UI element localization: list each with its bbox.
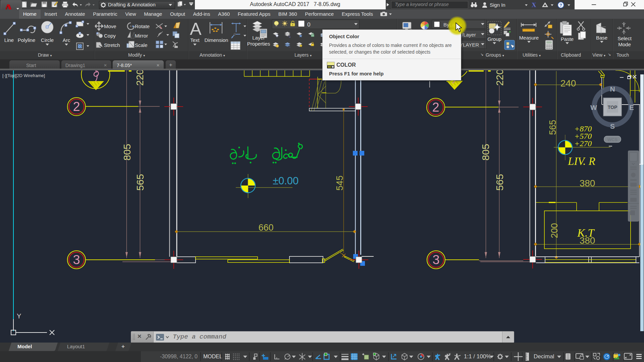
svg-text:Move: Move [104,23,116,29]
svg-text:805: 805 [480,144,491,161]
svg-text:545: 545 [335,175,345,190]
svg-text:W: W [590,104,597,111]
svg-text:660: 660 [258,223,273,233]
svg-text:Paste: Paste [561,36,574,42]
svg-text:Decimal: Decimal [534,353,554,360]
svg-text:1:1 / 100%: 1:1 / 100% [464,353,491,360]
svg-text:Group: Group [487,36,501,42]
svg-text:Layer: Layer [252,35,265,41]
svg-text:2: 2 [73,100,80,114]
svg-text:E: E [629,104,634,111]
svg-text:565: 565 [548,120,558,135]
svg-text:2: 2 [432,100,439,114]
svg-text:K.T: K.T [577,227,595,239]
svg-text:YLAYER: YLAYER [460,42,479,48]
svg-text:805: 805 [121,144,132,161]
svg-text:S: S [610,122,615,130]
svg-text:0: 0 [307,21,310,28]
svg-text:3: 3 [73,253,80,267]
svg-text:Mode: Mode [618,42,631,47]
svg-text:Base: Base [596,35,607,41]
svg-text:565: 565 [135,174,146,191]
svg-text:Measure: Measure [519,35,539,41]
svg-text:Copy: Copy [104,33,116,39]
svg-text:220: 220 [134,70,145,86]
svg-text:Stretch: Stretch [104,42,120,48]
svg-text:Dimension: Dimension [205,37,228,43]
svg-text:240: 240 [560,78,576,88]
svg-text:Y: Y [17,312,21,320]
svg-text:Scale: Scale [135,42,148,48]
svg-text:+270: +270 [574,139,592,148]
svg-text:Rotate: Rotate [135,23,150,29]
svg-text:Circle: Circle [41,37,54,43]
svg-text:N: N [610,85,615,93]
svg-text:Polyline: Polyline [18,37,36,43]
svg-text:Mirror: Mirror [135,33,148,39]
svg-text:?: ? [559,3,562,8]
svg-text:220: 220 [494,70,505,86]
svg-text:3: 3 [432,253,439,267]
svg-text:TOP: TOP [608,105,618,110]
svg-text:X: X [532,1,536,8]
svg-text:Select: Select [618,36,632,41]
svg-text:380: 380 [580,178,595,188]
svg-text:±0.00: ±0.00 [273,175,299,187]
svg-text:A: A [190,19,202,39]
svg-text:Arc: Arc [63,37,70,43]
svg-text:WCS: WCS [607,137,618,142]
svg-text:Sign In: Sign In [490,2,505,8]
svg-text:Text: Text [190,37,200,43]
svg-text:LIV. R: LIV. R [568,155,595,167]
svg-text:565: 565 [494,174,505,191]
svg-text:200: 200 [549,223,559,238]
svg-text:Properties: Properties [247,41,270,47]
svg-text:Line: Line [4,37,14,43]
